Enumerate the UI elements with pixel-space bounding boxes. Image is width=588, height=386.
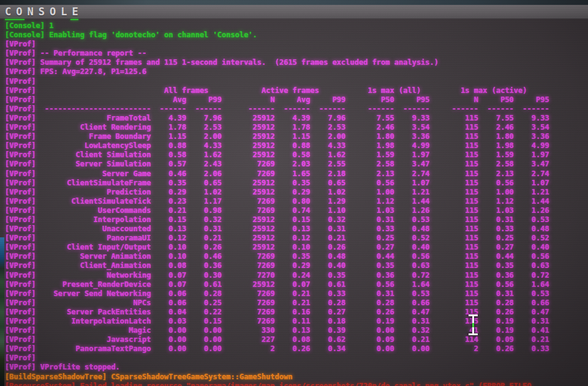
table-row: [VProf] UserCommands 0.21 0.98 7269 0.74…	[5, 206, 588, 215]
console-line: [Console] Enabling flag 'donotecho' on c…	[5, 31, 588, 40]
table-row: [VProf] Client Input/Output 0.10 0.26 25…	[5, 243, 588, 252]
console-line: [VProf]	[5, 77, 588, 86]
console-line: [VProf] VProfLite stopped.	[5, 363, 588, 372]
table-row: [VProf] ClientSimulateTick 0.23 1.17 726…	[5, 197, 588, 206]
table-row: [VProf] Client_Animation 0.08 0.36 7269 …	[5, 261, 588, 270]
photo-background-top	[0, 0, 588, 5]
table-row: [VProf] Server Game 0.46 2.06 7269 1.65 …	[5, 169, 588, 179]
table-row: [VProf] FrameTotal 4.39 7.96 25912 4.39 …	[5, 114, 588, 123]
table-group-header: [VProf] All frames Active frames 1s max …	[5, 86, 588, 95]
console-line: [VProf]	[5, 40, 588, 49]
table-col-header: [VProf] Avg P99 N Avg P99 P50 P95 N P50 …	[5, 95, 588, 105]
table-row: [VProf] InterpolationLatch 0.03 0.15 726…	[5, 317, 588, 326]
console-log: [Console] 1[Console] Enabling flag 'dono…	[5, 21, 588, 386]
table-row: [VProf] Client Rendering 1.78 2.53 25912…	[5, 123, 588, 132]
table-row: [VProf] NPCs 0.06 0.25 7269 0.21 0.28 0.…	[5, 299, 588, 308]
table-row: [VProf] Present_RenderDevice 0.07 0.61 2…	[5, 280, 588, 289]
window-title: CONSOLE	[0, 6, 83, 18]
table-row: [VProf] PanoramaUI 0.12 0.21 25912 0.12 …	[5, 234, 588, 243]
table-row: [VProf] Server PackEntities 0.04 0.22 72…	[5, 308, 588, 317]
console-output[interactable]: [Console] 1[Console] Enabling flag 'dono…	[0, 19, 588, 386]
table-row: [VProf] ClientSimulateFrame 0.35 0.65 25…	[5, 179, 588, 188]
console-titlebar: CONSOLE	[0, 5, 588, 19]
photo-background-left	[0, 237, 4, 386]
console-line: [VProf] -- Performance report --	[5, 49, 588, 58]
table-row: [VProf] Client Simulation 0.58 1.62 2591…	[5, 150, 588, 160]
table-row: [VProf] Javascript 0.00 0.00 227 0.08 0.…	[5, 335, 588, 344]
console-line: [VProf]	[5, 354, 588, 363]
table-row: [VProf] Server Animation 0.10 0.46 7269 …	[5, 252, 588, 261]
console-line: [Console] 1	[5, 21, 588, 31]
table-row: [VProf] Interpolation 0.15 0.32 25912 0.…	[5, 215, 588, 225]
clipped-line-artifact	[70, 19, 78, 20]
table-divider: [VProf] ------------------------ ------ …	[5, 105, 588, 114]
table-row: [VProf] Prediction 0.29 1.02 25912 0.29 …	[5, 188, 588, 197]
table-row: [VProf] Server Simulation 0.57 2.43 7269…	[5, 160, 588, 169]
console-line: [VProf] FPS: Avg=227.8, P1=125.6	[5, 67, 588, 76]
table-row: [VProf] PanoramaTextPango 0.00 0.00 2 0.…	[5, 344, 588, 354]
console-line: [BuildSparseShadowTree] CSparseShadowTre…	[5, 373, 588, 382]
console-window: CONSOLE [Console] 1[Console] Enabling fl…	[0, 0, 588, 386]
table-row: [VProf] Networking 0.07 0.30 7270 0.24 0…	[5, 271, 588, 280]
table-row: [VProf] LowLatencySleep 0.88 4.33 25912 …	[5, 141, 588, 150]
console-line: [ResourceSystem] Failed loading resource…	[5, 382, 588, 386]
table-row: [VProf] Magic 0.00 0.00 330 0.13 0.39 0.…	[5, 326, 588, 335]
table-row: [VProf] Unaccounted 0.13 0.31 25912 0.13…	[5, 225, 588, 234]
console-line: [VProf] Summary of 25912 frames and 115 …	[5, 58, 588, 67]
table-row: [VProf] Frame Boundary 1.15 2.00 25912 1…	[5, 132, 588, 141]
table-row: [VProf] Server Send Networking 0.06 0.28…	[5, 289, 588, 299]
clipped-line-artifact	[5, 19, 24, 20]
